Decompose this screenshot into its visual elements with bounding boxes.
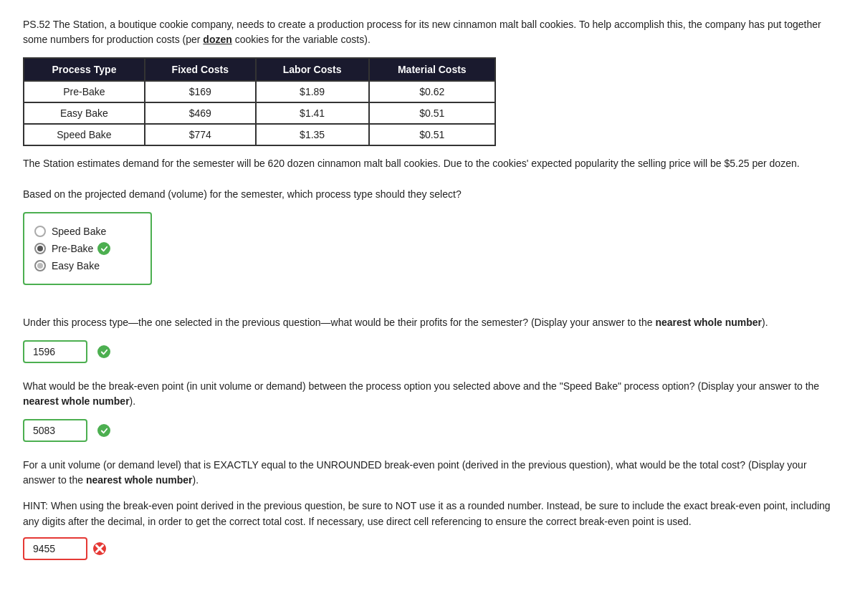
question-1-section: Based on the projected demand (volume) f… — [23, 187, 837, 299]
q3-answer-value: 5083 — [33, 425, 55, 436]
q2-bold-phrase: nearest whole number — [655, 317, 762, 328]
col-header-material-costs: Material Costs — [369, 58, 495, 81]
q3-bold-phrase: nearest whole number — [23, 395, 130, 407]
row1-process: Pre-Bake — [24, 81, 145, 102]
q1-label-easy-bake: Easy Bake — [52, 260, 100, 271]
question-4-section: For a unit volume (or demand level) that… — [23, 458, 837, 560]
row3-fixed: $774 — [145, 124, 256, 145]
q1-option-pre-bake[interactable]: Pre-Bake — [34, 242, 140, 255]
q3-answer-row: 5083 — [23, 419, 837, 442]
q4-text-close: ). — [193, 474, 199, 486]
q4-answer-row: 9455 — [23, 537, 837, 560]
row1-fixed: $169 — [145, 81, 256, 102]
col-header-process-type: Process Type — [24, 58, 145, 81]
table-row: Easy Bake $469 $1.41 $0.51 — [24, 102, 495, 124]
intro-text-before: PS.52 The Station, a boutique cookie com… — [23, 19, 821, 45]
q2-question: Under this process type—the one selected… — [23, 315, 837, 330]
demand-paragraph: The Station estimates demand for the sem… — [23, 156, 837, 171]
row1-labor: $1.89 — [256, 81, 369, 102]
q3-text: What would be the break-even point (in u… — [23, 380, 819, 392]
q1-label-speed-bake: Speed Bake — [52, 226, 106, 237]
q1-label-pre-bake: Pre-Bake — [52, 243, 93, 254]
row2-fixed: $469 — [145, 102, 256, 124]
q4-question: For a unit volume (or demand level) that… — [23, 458, 837, 488]
q1-option-speed-bake[interactable]: Speed Bake — [34, 226, 140, 237]
question-3-section: What would be the break-even point (in u… — [23, 379, 837, 442]
radio-circle-pre-bake — [34, 243, 46, 254]
q3-text-close: ). — [130, 395, 136, 407]
q1-question: Based on the projected demand (volume) f… — [23, 187, 837, 202]
q4-incorrect-icon — [93, 542, 106, 555]
table-row: Pre-Bake $169 $1.89 $0.62 — [24, 81, 495, 102]
q4-bold-phrase: nearest whole number — [86, 474, 193, 486]
radio-circle-speed-bake — [34, 226, 46, 237]
q2-answer-value: 1596 — [33, 346, 55, 357]
intro-bold-word: dozen — [203, 34, 231, 45]
intro-paragraph: PS.52 The Station, a boutique cookie com… — [23, 17, 837, 47]
q4-answer-box[interactable]: 9455 — [23, 537, 87, 560]
cost-table: Process Type Fixed Costs Labor Costs Mat… — [23, 57, 496, 146]
q2-answer-row: 1596 — [23, 340, 837, 363]
q3-question: What would be the break-even point (in u… — [23, 379, 837, 409]
intro-text-after: cookies for the variable costs). — [235, 34, 371, 45]
row1-material: $0.62 — [369, 81, 495, 102]
q1-radio-box: Speed Bake Pre-Bake Easy Bake — [23, 212, 152, 285]
col-header-fixed-costs: Fixed Costs — [145, 58, 256, 81]
row2-material: $0.51 — [369, 102, 495, 124]
question-2-section: Under this process type—the one selected… — [23, 315, 837, 363]
col-header-labor-costs: Labor Costs — [256, 58, 369, 81]
row2-process: Easy Bake — [24, 102, 145, 124]
q2-text-start: Under this process type—the one selected… — [23, 317, 655, 328]
row2-labor: $1.41 — [256, 102, 369, 124]
q2-correct-icon — [97, 345, 110, 358]
q3-correct-icon — [97, 424, 110, 437]
q1-option-easy-bake[interactable]: Easy Bake — [34, 260, 140, 271]
q3-answer-box[interactable]: 5083 — [23, 419, 87, 442]
table-row: Speed Bake $774 $1.35 $0.51 — [24, 124, 495, 145]
radio-circle-easy-bake — [34, 260, 46, 271]
row3-labor: $1.35 — [256, 124, 369, 145]
row3-material: $0.51 — [369, 124, 495, 145]
q4-answer-value: 9455 — [33, 543, 55, 554]
q2-answer-box[interactable]: 1596 — [23, 340, 87, 363]
row3-process: Speed Bake — [24, 124, 145, 145]
q1-correct-checkmark — [97, 242, 110, 255]
q4-hint: HINT: When using the break-even point de… — [23, 498, 837, 530]
q2-text-close: ). — [762, 317, 768, 328]
